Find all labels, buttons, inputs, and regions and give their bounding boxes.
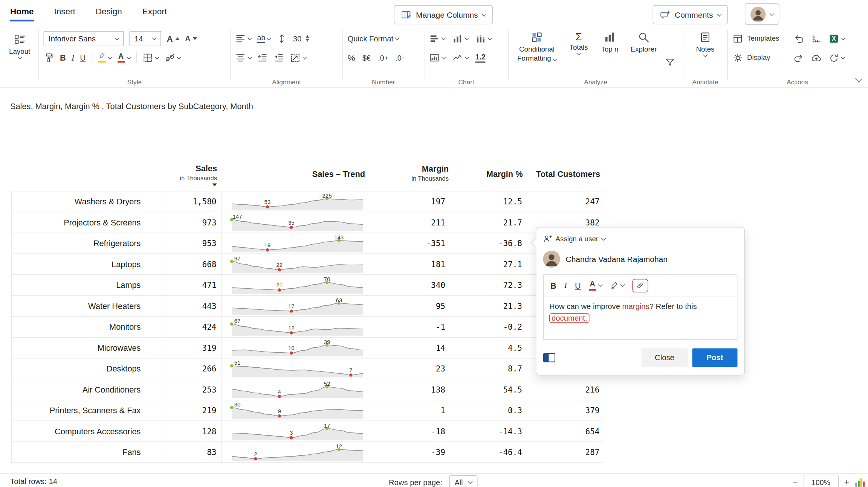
table-row[interactable]: Computers Accessories 128 317 -18 -14.3 … bbox=[11, 421, 603, 442]
table-row[interactable]: Air Conditioners 253 452 138 54.5 216 bbox=[11, 379, 603, 400]
chevron-down-icon bbox=[598, 282, 602, 287]
refresh-button[interactable] bbox=[828, 52, 845, 63]
close-button[interactable]: Close bbox=[642, 349, 688, 367]
highlight-color-swatch bbox=[98, 61, 105, 63]
zoom-level-box[interactable]: 100% bbox=[803, 475, 838, 487]
font-size-select[interactable]: 14 bbox=[130, 31, 161, 46]
zoom-in-button[interactable]: + bbox=[844, 477, 849, 487]
column-chart-button[interactable] bbox=[452, 33, 469, 44]
bar-chart-button[interactable] bbox=[429, 33, 446, 44]
underline-button[interactable]: U bbox=[80, 53, 86, 62]
table-row[interactable]: Fans 83 212 -39 -46.4 287 bbox=[11, 442, 603, 463]
table-row[interactable]: Lamps 471 2170 340 72.3 bbox=[11, 275, 603, 296]
totals-button[interactable]: Σ Totals bbox=[565, 30, 592, 78]
table-row[interactable]: Printers, Scanners & Fax 219 930 1 0.3 3… bbox=[11, 400, 603, 422]
avatar-silhouette-icon bbox=[543, 251, 560, 268]
comment-link-document[interactable]: document. bbox=[549, 313, 590, 323]
header-margin[interactable]: Margin in Thousands bbox=[367, 158, 452, 191]
increase-indent-button[interactable] bbox=[274, 52, 284, 63]
bold-button[interactable]: B bbox=[60, 53, 66, 62]
table-row[interactable]: Microwaves 319 1039 14 4.5 bbox=[11, 338, 603, 359]
row-name: Monitors bbox=[11, 317, 162, 338]
tab-design[interactable]: Design bbox=[96, 6, 122, 22]
comment-text-input[interactable]: How can we improve margins? Refer to thi… bbox=[544, 297, 737, 339]
font-name-select[interactable]: Inforiver Sans bbox=[44, 31, 124, 46]
table-body: Washers & Dryers 1,580 53225 197 12.5 24… bbox=[11, 191, 603, 463]
conditional-formatting-button[interactable]: Conditional Formatting bbox=[513, 30, 561, 78]
italic-button[interactable]: I bbox=[72, 53, 75, 62]
row-height-button[interactable] bbox=[277, 33, 287, 44]
bold-button[interactable]: B bbox=[550, 281, 556, 290]
templates-button[interactable]: Templates bbox=[732, 33, 787, 44]
chart-decimal-button[interactable]: 1.2 bbox=[475, 53, 486, 62]
stacked-chart-button[interactable] bbox=[475, 33, 492, 44]
sparkline-button[interactable] bbox=[452, 52, 469, 63]
increase-decimal-button[interactable]: .0 + bbox=[378, 53, 388, 62]
post-button[interactable]: Post bbox=[692, 349, 738, 367]
header-sales[interactable]: Sales in Thousands bbox=[162, 158, 222, 191]
font-color-button[interactable]: A bbox=[117, 53, 130, 63]
table-row[interactable]: Projectors & Screens 973 35147 211 21.7 … bbox=[11, 212, 603, 233]
explorer-button[interactable]: Explorer bbox=[627, 30, 660, 78]
undo-button[interactable] bbox=[793, 33, 804, 44]
highlight-color-button[interactable] bbox=[98, 53, 112, 63]
layout-button[interactable]: Layout bbox=[7, 32, 32, 60]
top-n-button[interactable]: Top n bbox=[597, 30, 623, 78]
manage-columns-button[interactable]: Manage Columns bbox=[394, 5, 493, 24]
header-margin-pct[interactable]: Margin % bbox=[452, 158, 526, 191]
cell-chart-button[interactable] bbox=[429, 52, 446, 63]
tab-insert[interactable]: Insert bbox=[54, 6, 75, 22]
vertical-align-button[interactable] bbox=[235, 52, 252, 63]
decrease-indent-button[interactable] bbox=[257, 52, 268, 63]
quick-format-button[interactable]: Quick Format bbox=[348, 34, 399, 43]
notes-button[interactable]: Notes bbox=[694, 30, 717, 58]
font-color-button[interactable]: A bbox=[589, 280, 602, 291]
tab-home[interactable]: Home bbox=[10, 6, 34, 22]
assign-user-button[interactable]: Assign a user bbox=[543, 234, 605, 244]
comments-button[interactable]: Comments bbox=[653, 5, 728, 24]
percent-format-button[interactable]: % bbox=[348, 53, 355, 62]
underline-button[interactable]: U bbox=[575, 281, 581, 290]
table-row[interactable]: Refrigerators 953 19143 -351 -36.8 bbox=[11, 233, 603, 254]
row-height-stepper[interactable]: 30 bbox=[293, 34, 309, 43]
borders-button[interactable] bbox=[142, 52, 159, 63]
display-button[interactable]: Display bbox=[732, 52, 787, 63]
strikethrough-button[interactable] bbox=[164, 52, 181, 63]
table-row[interactable]: Water Heaters 443 1763 95 21.3 bbox=[11, 296, 603, 317]
panel-view-toggle[interactable] bbox=[543, 353, 556, 363]
insert-link-button[interactable] bbox=[632, 279, 648, 292]
redo-icon bbox=[793, 52, 804, 63]
rows-per-page-select[interactable]: All bbox=[449, 475, 478, 487]
header-total-customers[interactable]: Total Customers bbox=[526, 158, 603, 191]
table-row[interactable]: Desktops 266 751 23 8.7 bbox=[11, 359, 603, 380]
table-row[interactable]: Laptops 668 2297 181 27.1 bbox=[11, 254, 603, 275]
redo-button[interactable] bbox=[793, 52, 804, 63]
trend-sparkline: 751 bbox=[222, 359, 367, 380]
measure-button[interactable] bbox=[811, 33, 822, 44]
filter-button[interactable] bbox=[665, 57, 675, 68]
trend-sparkline: 930 bbox=[222, 400, 367, 422]
decrease-font-size-button[interactable]: A bbox=[185, 35, 197, 42]
author-name: Chandra Vadana Rajamohan bbox=[566, 255, 668, 264]
decrease-decimal-button[interactable]: .0 − bbox=[395, 53, 405, 62]
table-row[interactable]: Washers & Dryers 1,580 53225 197 12.5 24… bbox=[11, 192, 603, 213]
tab-export[interactable]: Export bbox=[142, 6, 167, 22]
italic-button[interactable]: I bbox=[564, 281, 567, 291]
table-row[interactable]: Monitors 424 1267 -1 -0.2 bbox=[11, 317, 603, 338]
comment-link-margins[interactable]: margins bbox=[622, 302, 649, 311]
group-divider bbox=[424, 30, 425, 81]
highlight-color-button[interactable] bbox=[610, 281, 624, 290]
text-direction-button[interactable] bbox=[290, 52, 307, 63]
collapse-ribbon-button[interactable] bbox=[856, 78, 862, 81]
increase-font-size-button[interactable]: A bbox=[167, 34, 180, 43]
italic-glyph: I bbox=[564, 281, 567, 291]
account-menu-button[interactable] bbox=[745, 3, 779, 25]
header-sales-trend[interactable]: Sales – Trend bbox=[222, 158, 367, 191]
currency-format-button[interactable]: $€ bbox=[362, 53, 371, 62]
zoom-out-button[interactable]: − bbox=[792, 477, 798, 487]
wrap-text-button[interactable]: ab bbox=[257, 33, 271, 43]
publish-button[interactable] bbox=[811, 52, 822, 63]
export-excel-button[interactable]: X bbox=[828, 33, 845, 44]
format-painter-button[interactable] bbox=[44, 52, 55, 63]
horizontal-align-button[interactable] bbox=[235, 33, 252, 44]
